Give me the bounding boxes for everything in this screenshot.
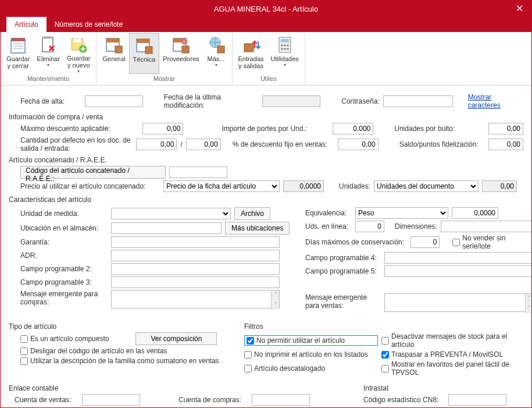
desact-stock-check[interactable]: Desactivar mensajes de stock para el art… bbox=[381, 332, 523, 349]
cn8-input[interactable] bbox=[448, 394, 506, 406]
campo2-input[interactable] bbox=[111, 263, 280, 275]
svg-point-26 bbox=[287, 45, 288, 47]
saldo-fid-input[interactable] bbox=[488, 139, 523, 150]
svg-point-29 bbox=[287, 48, 288, 50]
concat-code-button[interactable]: Código del artículo concatenado / R.A.E.… bbox=[20, 166, 166, 179]
chevron-down-icon: ▾ bbox=[284, 62, 286, 68]
desligar-check[interactable]: Desligar del código de artículo en las v… bbox=[20, 347, 167, 355]
svg-rect-23 bbox=[281, 39, 289, 42]
tab-articulo[interactable]: Artículo bbox=[6, 17, 47, 32]
cant-def-sep: / bbox=[180, 140, 182, 148]
utilidades-button[interactable]: Utilidades ▾ bbox=[267, 33, 302, 74]
group-mostrar-label: Mostrar bbox=[99, 74, 229, 83]
campo5-input[interactable] bbox=[384, 265, 531, 277]
cta-ventas-input[interactable] bbox=[82, 394, 140, 406]
util-desc-fam-check[interactable]: Utilizar la descripción de la familia co… bbox=[20, 357, 219, 365]
mas-ubicaciones-button[interactable]: Más ubicaciones bbox=[225, 222, 290, 235]
svg-rect-11 bbox=[115, 46, 122, 53]
adr-input[interactable] bbox=[111, 250, 280, 261]
equivalencia-value[interactable] bbox=[452, 207, 498, 219]
spin-up-icon[interactable]: ˄ bbox=[271, 290, 279, 300]
ver-composicion-button[interactable]: Ver composición bbox=[135, 332, 217, 345]
msg-ventas-input[interactable] bbox=[384, 293, 531, 312]
precio-concat-value bbox=[283, 180, 324, 192]
uds-bulto-input[interactable] bbox=[488, 123, 523, 134]
es-compuesto-check[interactable]: Es un artículo compuesto bbox=[20, 335, 109, 343]
tab-series[interactable]: Números de serie/lote bbox=[47, 17, 131, 32]
save-close-button[interactable]: Guardar y cerrar bbox=[3, 33, 33, 74]
pct-desc-input[interactable] bbox=[338, 139, 379, 150]
equivalencia-label: Equivalencia: bbox=[305, 209, 352, 217]
no-imprimir-check[interactable]: No imprimir el artículo en los listados bbox=[244, 350, 378, 359]
chevron-down-icon: ▾ bbox=[215, 62, 217, 68]
svg-rect-14 bbox=[145, 47, 152, 54]
show-proveedores-button[interactable]: Proveedores bbox=[159, 33, 202, 74]
delete-button[interactable]: Eliminar ▾ bbox=[33, 33, 63, 74]
spin-down-icon[interactable]: ˅ bbox=[525, 304, 531, 314]
traspasar-check[interactable]: Traspasar a PREVENTA / MovilSOL bbox=[381, 350, 503, 359]
svg-rect-0 bbox=[11, 40, 25, 53]
mostrar-caracteres-link[interactable]: Mostrar caracteres bbox=[468, 93, 523, 109]
unidades-select[interactable]: Unidades del documento bbox=[374, 180, 479, 192]
cta-ventas-label: Cuenta de ventas: bbox=[15, 396, 78, 404]
uds-linea-input[interactable] bbox=[355, 221, 384, 232]
campo3-input[interactable] bbox=[111, 276, 280, 288]
cant-def-entrada-input[interactable] bbox=[186, 139, 221, 150]
svg-rect-18 bbox=[182, 46, 189, 53]
cn8-label: Código estadístico CN8: bbox=[363, 396, 445, 404]
ubicacion-label: Ubicación en el almacén: bbox=[20, 224, 108, 232]
no-vender-sin-check[interactable]: No vender sin serie/lote bbox=[452, 234, 531, 250]
ubicacion-input[interactable] bbox=[111, 222, 222, 234]
group-utiles-label: Útiles bbox=[235, 74, 302, 83]
svg-rect-10 bbox=[106, 38, 119, 42]
show-mas-button[interactable]: Más... ▾ bbox=[203, 33, 230, 74]
max-desc-label: Máximo descuento aplicable: bbox=[20, 125, 139, 133]
importe-portes-input[interactable] bbox=[333, 123, 373, 134]
spin-up-icon[interactable]: ˄ bbox=[525, 294, 531, 304]
save-new-button[interactable]: Guardar y nuevo ▾ bbox=[63, 33, 94, 74]
unidades-value bbox=[482, 180, 517, 192]
adr-label: ADR: bbox=[20, 251, 108, 260]
precio-concat-label: Precio al utilizar el artículo concatena… bbox=[20, 182, 160, 190]
garantia-input[interactable] bbox=[111, 236, 280, 248]
close-icon[interactable]: ✕ bbox=[511, 2, 528, 15]
ud-medida-select[interactable] bbox=[111, 208, 231, 219]
no-permitir-check[interactable]: No permitir utilizar el artículo bbox=[244, 335, 378, 346]
svg-point-28 bbox=[284, 48, 285, 50]
contrasena-input[interactable] bbox=[383, 95, 453, 107]
fecha-mod-input bbox=[262, 95, 320, 107]
chevron-down-icon: ▾ bbox=[47, 62, 49, 68]
msg-compras-input[interactable] bbox=[111, 290, 280, 308]
entradas-button[interactable]: Entradas y salidas bbox=[235, 33, 267, 74]
show-tecnica-button[interactable]: Técnica bbox=[129, 33, 160, 74]
garantia-label: Garantía: bbox=[20, 238, 108, 246]
archivo-button[interactable]: Archivo bbox=[234, 207, 270, 220]
dimensiones-input[interactable] bbox=[441, 221, 531, 232]
svg-point-24 bbox=[281, 45, 283, 47]
svg-rect-20 bbox=[217, 46, 224, 53]
save-close-icon bbox=[9, 36, 27, 54]
caract-heading: Características del artículo bbox=[9, 196, 523, 204]
spin-down-icon[interactable]: ˅ bbox=[271, 300, 279, 310]
show-general-button[interactable]: General bbox=[99, 33, 128, 74]
concat-code-input[interactable] bbox=[169, 166, 227, 178]
dias-conserv-label: Días máximos de conservación: bbox=[305, 238, 407, 246]
contrasena-label: Contraseña: bbox=[341, 97, 379, 105]
fecha-alta-input[interactable] bbox=[85, 95, 143, 107]
svg-rect-1 bbox=[11, 38, 25, 41]
equivalencia-select[interactable]: Peso bbox=[355, 207, 448, 219]
favoritos-check[interactable]: Mostrar en favoritos del panel táctil de… bbox=[381, 360, 523, 377]
campo4-input[interactable] bbox=[384, 252, 531, 264]
precio-concat-select[interactable]: Precio de la ficha del artículo bbox=[163, 180, 280, 192]
dias-conserv-input[interactable] bbox=[410, 236, 440, 248]
max-desc-input[interactable] bbox=[142, 123, 183, 134]
cta-compras-input[interactable] bbox=[252, 394, 310, 406]
msg-compras-label: Mensaje emergente para compras: bbox=[20, 290, 108, 306]
card-icon bbox=[105, 36, 123, 54]
info-compra-heading: Información de compra / venta bbox=[9, 113, 523, 121]
descatalogado-check[interactable]: Artículo descatalogado bbox=[244, 364, 378, 372]
cant-def-salida-input[interactable] bbox=[136, 139, 177, 150]
campo5-label: Campo programable 5: bbox=[305, 267, 381, 275]
intrastat-heading: Intrastat bbox=[363, 384, 523, 392]
pct-desc-label: % de descuento fijo en ventas: bbox=[233, 140, 334, 148]
